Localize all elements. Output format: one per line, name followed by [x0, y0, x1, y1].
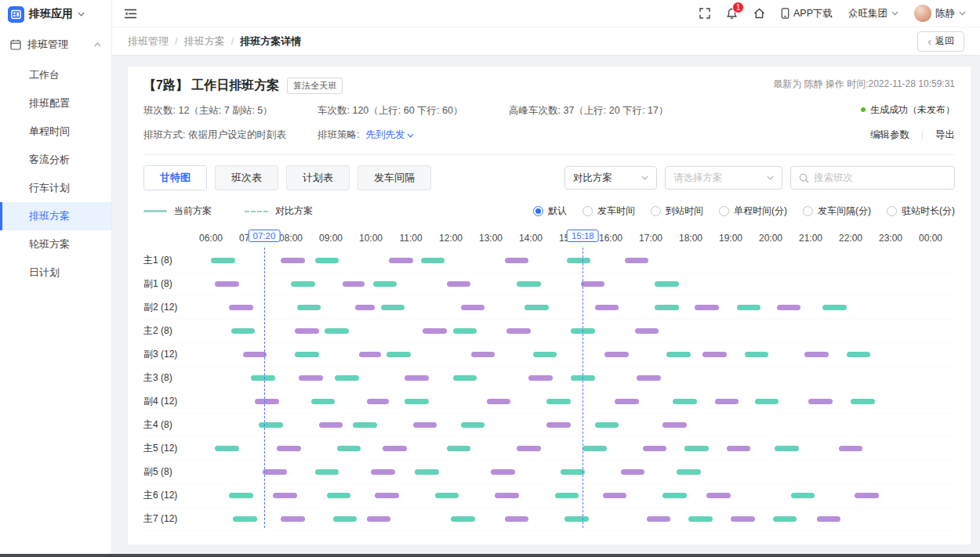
fullscreen-icon[interactable]: [699, 8, 710, 19]
trip-bar-up[interactable]: [415, 469, 439, 475]
export-button[interactable]: 导出: [935, 128, 955, 142]
trip-bar-up[interactable]: [688, 516, 713, 522]
trip-bar-up[interactable]: [517, 281, 541, 287]
user-menu[interactable]: 陈静: [914, 5, 966, 22]
trip-bar-up[interactable]: [325, 328, 349, 334]
company-dropdown[interactable]: 众旺集团: [848, 7, 898, 20]
trip-bar-down[interactable]: [277, 446, 301, 451]
trip-bar-up[interactable]: [315, 258, 339, 263]
trip-bar-up[interactable]: [677, 469, 701, 475]
trip-bar-down[interactable]: [731, 516, 755, 522]
trip-bar-down[interactable]: [423, 328, 447, 334]
trip-bar-down[interactable]: [855, 493, 879, 498]
trip-bar-down[interactable]: [371, 469, 395, 475]
trip-bar-up[interactable]: [231, 328, 256, 334]
trip-bar-down[interactable]: [505, 258, 529, 263]
trip-bar-up[interactable]: [791, 493, 815, 498]
trip-bar-down[interactable]: [777, 305, 801, 310]
trip-bar-down[interactable]: [621, 469, 645, 475]
sidebar-item[interactable]: 客流分析: [0, 146, 111, 174]
trip-bar-down[interactable]: [375, 493, 399, 498]
sidebar-item[interactable]: 单程时间: [0, 118, 111, 146]
trip-bar-up[interactable]: [775, 446, 799, 451]
sidebar-item[interactable]: 轮班方案: [0, 230, 111, 259]
radio-headway[interactable]: 发车间隔(分): [803, 204, 871, 218]
search-input[interactable]: [814, 172, 946, 183]
trip-bar-down[interactable]: [273, 493, 297, 498]
trip-bar-down[interactable]: [528, 375, 553, 381]
trip-bar-down[interactable]: [461, 305, 485, 310]
plan-picker-select[interactable]: 请选择方案: [665, 166, 782, 190]
trip-bar-up[interactable]: [381, 305, 405, 310]
trip-bar-up[interactable]: [333, 516, 358, 522]
trip-bar-down[interactable]: [255, 399, 279, 404]
trip-bar-up[interactable]: [251, 375, 275, 381]
trip-bar-down[interactable]: [343, 281, 365, 287]
radio-arrival-time[interactable]: 到站时间: [651, 204, 703, 218]
trip-bar-up[interactable]: [533, 352, 557, 357]
trip-bar-up[interactable]: [655, 281, 679, 287]
trip-bar-up[interactable]: [229, 493, 253, 498]
trip-bar-up[interactable]: [564, 516, 589, 522]
trip-bar-down[interactable]: [505, 516, 529, 522]
trip-bar-up[interactable]: [555, 493, 579, 498]
trip-bar-up[interactable]: [373, 281, 397, 287]
trip-bar-down[interactable]: [471, 352, 495, 357]
breadcrumb-item[interactable]: 排班管理: [128, 34, 169, 49]
trip-bar-up[interactable]: [583, 446, 607, 451]
trip-bar-down[interactable]: [695, 305, 719, 310]
trip-bar-up[interactable]: [595, 422, 619, 428]
trip-bar-up[interactable]: [567, 258, 591, 263]
trip-bar-down[interactable]: [413, 422, 437, 428]
trip-bar-up[interactable]: [666, 352, 691, 357]
trip-bar-up[interactable]: [335, 375, 359, 381]
trip-bar-up[interactable]: [745, 352, 769, 357]
tab-gantt[interactable]: 甘特图: [143, 165, 207, 190]
trip-bar-up[interactable]: [233, 516, 257, 522]
trip-bar-down[interactable]: [637, 375, 661, 381]
trip-bar-down[interactable]: [491, 469, 515, 475]
trip-bar-up[interactable]: [315, 469, 339, 475]
trip-bar-up[interactable]: [451, 516, 475, 522]
trip-bar-down[interactable]: [662, 422, 687, 428]
trip-bar-up[interactable]: [773, 516, 797, 522]
trip-bar-up[interactable]: [684, 446, 709, 451]
trip-bar-down[interactable]: [495, 493, 519, 498]
tab-plan-table[interactable]: 计划表: [286, 165, 350, 190]
radio-departure-time[interactable]: 发车时间: [583, 204, 635, 218]
trip-bar-up[interactable]: [211, 258, 235, 263]
trip-bar-down[interactable]: [604, 352, 629, 357]
trip-bar-down[interactable]: [367, 399, 389, 404]
sidebar-item[interactable]: 工作台: [0, 61, 111, 89]
trip-bar-down[interactable]: [215, 281, 239, 287]
trip-bar-up[interactable]: [524, 305, 549, 310]
trip-bar-down[interactable]: [295, 328, 319, 334]
trip-bar-down[interactable]: [263, 469, 287, 475]
trip-bar-up[interactable]: [259, 422, 283, 428]
trip-bar-down[interactable]: [405, 375, 429, 381]
back-button[interactable]: ‹ 返回: [917, 31, 964, 52]
trip-bar-down[interactable]: [635, 328, 659, 334]
strategy-dropdown[interactable]: 先到先发: [365, 128, 414, 142]
breadcrumb-item[interactable]: 排班方案: [184, 34, 225, 49]
trip-bar-down[interactable]: [389, 258, 413, 263]
home-icon[interactable]: [753, 8, 765, 19]
trip-bar-down[interactable]: [817, 516, 841, 522]
trip-bar-down[interactable]: [506, 328, 531, 334]
tab-shift-table[interactable]: 班次表: [215, 165, 278, 190]
radio-trip-duration[interactable]: 单程时间(分): [719, 204, 787, 218]
trip-bar-down[interactable]: [281, 516, 305, 522]
trip-bar-down[interactable]: [367, 516, 391, 522]
menu-fold-icon[interactable]: [125, 9, 137, 19]
trip-bar-up[interactable]: [327, 493, 351, 498]
radio-dwell-time[interactable]: 驻站时长(分): [887, 204, 955, 218]
sidebar-item[interactable]: 日计划: [0, 259, 111, 287]
trip-bar-down[interactable]: [615, 399, 639, 404]
trip-bar-down[interactable]: [702, 352, 727, 357]
tab-headway[interactable]: 发车间隔: [358, 165, 431, 190]
trip-bar-down[interactable]: [383, 446, 407, 451]
trip-bar-down[interactable]: [281, 258, 305, 263]
trip-bar-down[interactable]: [625, 258, 649, 263]
trip-bar-down[interactable]: [546, 422, 571, 428]
trip-bar-down[interactable]: [299, 375, 323, 381]
